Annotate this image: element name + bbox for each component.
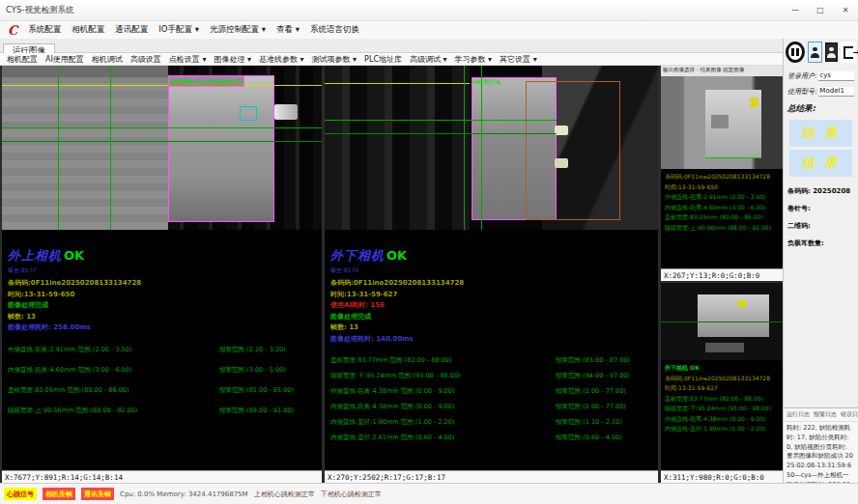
- roi-yellow-box: [738, 300, 746, 307]
- log-tab-run[interactable]: 运行日志: [786, 410, 810, 419]
- tool-advanced-debug[interactable]: 高级调试 ▾: [410, 54, 447, 65]
- measurement-value: 盖板宽度:83.05mm (80.00 - 86.00): [665, 212, 779, 223]
- menu-item-comm-config[interactable]: 通讯配置: [115, 24, 148, 36]
- tool-spotcheck-settings[interactable]: 点检设置 ▾: [169, 54, 207, 65]
- alarm-range: 报警范围:(83.00 - 87.00): [556, 356, 652, 365]
- tool-baseline-params[interactable]: 基准线参数 ▾: [259, 54, 304, 65]
- menu-item-light-config[interactable]: 光源控制配置 ▾: [210, 24, 266, 36]
- output-image-selector[interactable]: 输出图像选择：结果图像 固定图像: [661, 66, 783, 76]
- heartbeat-badge: 心跳信号: [4, 488, 37, 500]
- login-user-value: cys: [818, 71, 854, 81]
- elapsed-label: 图像处理耗时: 258.00ms: [8, 322, 316, 334]
- tool-camera-config[interactable]: 相机配置: [7, 54, 38, 65]
- baseline-yellow-line: [2, 85, 322, 86]
- log-panel: 运行日志 报警日志 错误日志 耗时: 222, 缺陷检测耗时: 17, 缺陷分类…: [784, 407, 858, 483]
- measurement-value: 内侧直线-直径:1.90mm 范围:(1.00 - 2.20): [330, 418, 556, 427]
- tool-camera-debug[interactable]: 相机调试: [92, 54, 123, 65]
- alarm-range: 报警范围:(1.10 - 2.10): [556, 418, 652, 427]
- part-roi-magenta-rect: [168, 75, 274, 222]
- model-value: Model1: [818, 87, 854, 97]
- measurement-value: 隔膜宽度-下:95.24mm 范围:(93.00 - 98.00): [330, 372, 556, 380]
- menu-item-system-config[interactable]: 系统配置: [28, 24, 61, 36]
- tool-advanced-settings[interactable]: 高级设置: [130, 54, 161, 65]
- measurement-value: 盖板宽度:83.77mm (82.00 - 88.00): [665, 394, 779, 405]
- maximize-button[interactable]: □: [808, 0, 833, 20]
- measure-green-line-1: [325, 120, 557, 121]
- tool-test-params[interactable]: 测试项参数 ▾: [312, 54, 358, 65]
- measurement-row: 内侧直线-距离:4.60mm 范围:(3.00 - 6.00)报警范围:(3.0…: [8, 366, 316, 375]
- barcode-label: 条码码:0F11ine20250208133134728: [665, 172, 779, 182]
- logout-button[interactable]: [841, 42, 856, 63]
- time-label: 时间:13-31-59-627: [665, 383, 779, 394]
- measurement-row: 盖板宽度:83.05mm 范围:(80.00 - 86.00)报警范围:(81.…: [8, 386, 316, 395]
- measurement-value: 盖板宽度:83.05mm 范围:(80.00 - 86.00): [8, 386, 219, 395]
- user-manage-button[interactable]: [825, 42, 838, 62]
- tool-learning-params[interactable]: 学习参数 ▾: [455, 54, 493, 65]
- measurement-value: 内侧直线-距离:4.38mm 范围:(0.00 - 9.00): [330, 403, 556, 411]
- elapsed-label: 图像处理耗时: 140.00ms: [330, 334, 652, 346]
- exit-door-icon: [844, 46, 853, 59]
- current-user-button[interactable]: [808, 42, 822, 63]
- measure-green-line: [661, 322, 783, 322]
- upper-camera-heartbeat-status: 上相机心跳检测正常: [254, 490, 315, 499]
- exposure-label: 曝光:8170: [330, 266, 652, 275]
- sidebar-buttons: [784, 39, 858, 66]
- reflection-spot: [555, 126, 568, 135]
- thumbnail-result-rows: 条码码:0F11ine20250208133134728 时间:13-31-59…: [661, 169, 783, 268]
- menubar: C 系统配置 相机配置 通讯配置 IO手配置 ▾ 光源控制配置 ▾ 查看 ▾ 系…: [0, 21, 858, 39]
- lower-thumbnail-image[interactable]: [661, 283, 783, 360]
- upper-camera-image-viewport[interactable]: 静态阈值:93, 动态阈值:100: [2, 66, 322, 230]
- total-result-label: 总结果:: [784, 97, 858, 117]
- part-shadow-region: [705, 343, 744, 352]
- log-text: 耗时: 222, 缺陷检测耗时: 17, 缺陷分类耗时: 0, 缺陷视图分页耗时…: [784, 422, 858, 483]
- processing-done-label: 图像处理完成: [8, 300, 316, 312]
- machine-body-region: [325, 66, 470, 230]
- alarm-range: 报警范围:(94.00 - 97.00): [556, 372, 652, 380]
- menu-item-io-config[interactable]: IO手配置 ▾: [158, 24, 199, 36]
- camera-name-label: 外上相机: [8, 248, 62, 263]
- close-button[interactable]: ✕: [833, 0, 858, 20]
- measurement-row: 外侧直线-距离:2.91mm 范围:(2.00 - 3.50)报警范围:(2.2…: [8, 346, 316, 354]
- tool-image-processing[interactable]: 图像处理 ▾: [214, 54, 251, 65]
- result-ok-label: OK: [64, 248, 84, 263]
- log-tab-alarm[interactable]: 报警日志: [814, 410, 837, 419]
- model-label: 使用型号:: [787, 87, 816, 97]
- total-result-box-lower: 结 果: [789, 150, 852, 177]
- pixel-readout: X:270;Y:2502;R:17;G:17;B:17: [325, 470, 658, 483]
- menu-item-camera-config[interactable]: 相机配置: [72, 24, 104, 36]
- measurement-rows: 盖板宽度:83.77mm 范围:(82.00 - 88.00)报警范围:(83.…: [330, 356, 652, 442]
- tool-other-settings[interactable]: 其它设置 ▾: [500, 54, 537, 65]
- upper-camera-panel: 静态阈值:93, 动态阈值:100 外上相机OK 曝光:8577 条码码:0F1…: [2, 66, 322, 483]
- window-controls: — □ ✕: [783, 0, 858, 20]
- machine-body-region: [2, 66, 168, 230]
- frame-count-label: 帧数: 13: [330, 322, 652, 334]
- upper-thumbnail-image[interactable]: [661, 76, 783, 169]
- login-user-label: 登录用户:: [787, 71, 816, 81]
- alarm-range: 报警范围:(0.60 - 4.00): [556, 434, 652, 442]
- measurement-row: 隔膜宽度-下:95.24mm 范围:(93.00 - 98.00)报警范围:(9…: [330, 372, 652, 380]
- minimize-button[interactable]: —: [783, 0, 808, 20]
- measurement-value: 盖板宽度:83.77mm 范围:(82.00 - 88.00): [330, 356, 556, 365]
- alarm-range: 报警范围:(2.00 - 77.00): [556, 403, 652, 411]
- measure-green-line: [705, 157, 761, 158]
- lower-camera-image-viewport[interactable]: AI检测区域: [325, 66, 658, 230]
- upper-camera-result-text: 外上相机OK 曝光:8577 条码码:0F11ine20250208133134…: [2, 230, 322, 470]
- user-icon: [827, 47, 836, 58]
- reel-number-label: 卷针号:: [784, 196, 858, 213]
- tab-count-label: 负极耳数量:: [784, 231, 858, 248]
- measure-green-line-1: [2, 127, 322, 128]
- user-icon: [811, 47, 819, 58]
- sidebar: 登录用户: cys 使用型号: Model1 总结果: 结 果 结 果 条码码:…: [783, 39, 858, 483]
- measurement-row: 内侧直线-直径:1.90mm 范围:(1.00 - 2.20)报警范围:(1.1…: [330, 418, 652, 427]
- log-tab-error[interactable]: 错误日志: [841, 410, 858, 419]
- measure-green-vline-2: [481, 66, 482, 230]
- menu-item-view[interactable]: 查看 ▾: [276, 24, 300, 36]
- measure-green-vline-2: [110, 66, 111, 230]
- exposure-label: 曝光:8577: [8, 266, 316, 275]
- alarm-range: 报警范围:(3.00 - 5.00): [219, 366, 316, 375]
- ai-elapsed-label: 使用AI耗时: 156: [330, 300, 652, 312]
- menu-item-language-switch[interactable]: 系统语言切换: [310, 24, 359, 36]
- tool-plc-address[interactable]: PLC地址库: [364, 54, 402, 65]
- tool-ai-config[interactable]: AI使用配置: [45, 54, 84, 65]
- pause-button[interactable]: [786, 42, 805, 63]
